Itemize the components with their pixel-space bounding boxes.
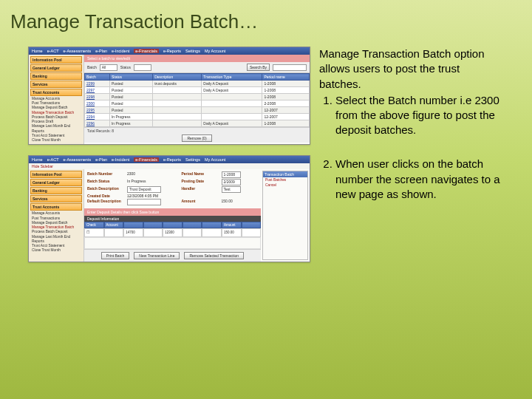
sidebar: Information Pool General Ledger Banking … [29, 55, 84, 144]
cell [153, 87, 202, 94]
sidebar-section[interactable]: Information Pool [30, 171, 82, 178]
cell [202, 94, 262, 100]
sidebar-section[interactable]: Services [30, 195, 82, 202]
grid-row[interactable]: ☐1470012300150.00 [84, 228, 261, 237]
sidebar-item[interactable]: Close Trust Month [30, 138, 82, 143]
filter-batch-select[interactable]: All [100, 64, 117, 71]
batch-link[interactable]: 2296 [85, 120, 110, 127]
col-header[interactable]: Transaction Type [202, 74, 262, 81]
remove-selected-button[interactable]: Remove Selected Transaction [184, 252, 244, 259]
col-header[interactable]: Description [153, 74, 202, 81]
cell[interactable] [242, 228, 262, 237]
search-button[interactable]: Search By [247, 64, 270, 71]
batch-link[interactable]: 2295 [85, 107, 110, 114]
cell[interactable]: 12300 [163, 228, 183, 237]
sidebar-section[interactable]: Services [30, 81, 82, 88]
sidebar-section[interactable]: Banking [30, 72, 82, 80]
sidebar-section[interactable]: Trust Accounts [30, 203, 82, 211]
cell[interactable] [104, 228, 124, 237]
top-nav: Home e-ACT e-Assessments e-Plan e-Incide… [29, 156, 310, 163]
cell: 1-2008 [262, 87, 310, 94]
sidebar-section[interactable]: Banking [30, 187, 82, 194]
cell[interactable]: 14700 [123, 228, 143, 237]
cell[interactable] [183, 228, 202, 237]
print-batch-button[interactable]: Print Batch [101, 252, 129, 259]
cell[interactable]: 150.00 [222, 228, 242, 237]
nav-item[interactable]: e-Incident [112, 49, 129, 53]
label: Batch Number [87, 171, 124, 178]
nav-item-active[interactable]: e-Financials [134, 49, 159, 53]
nav-item[interactable]: e-Plan [95, 49, 107, 53]
batch-link[interactable]: 2297 [85, 87, 110, 94]
sidebar-section[interactable]: Information Pool [30, 56, 82, 64]
cell: 1-2008 [262, 120, 310, 127]
panel-item[interactable]: Cancel [263, 183, 307, 188]
col-header[interactable]: Period name [262, 74, 310, 81]
sidebar-section[interactable]: Trust Accounts [30, 89, 82, 96]
cell [153, 114, 202, 120]
grid-header: CheckAccountAmount [84, 222, 261, 228]
batch-link[interactable]: 2299 [85, 81, 110, 87]
nav-item[interactable]: My Account [205, 157, 225, 162]
remove-button[interactable]: Remove (0) [182, 134, 211, 142]
new-line-button[interactable]: New Transaction Line [134, 252, 180, 259]
nav-item[interactable]: e-ACT [47, 157, 59, 162]
cell[interactable] [202, 228, 222, 237]
cell: trust deposits [153, 81, 202, 87]
search-input[interactable] [273, 64, 307, 71]
section-header: Deposit Information [84, 216, 261, 222]
col [202, 222, 222, 228]
cell: Daily A Deposit [202, 120, 262, 127]
default-desc-input[interactable] [127, 199, 161, 205]
col-header[interactable]: Status [109, 74, 152, 81]
main-panel: Batch Number2300 Period Name1-2008 Batch… [84, 169, 310, 262]
posting-date-input[interactable]: 2/2009 [222, 179, 241, 185]
cell: In Progress [109, 120, 152, 127]
batch-link[interactable]: 2300 [85, 100, 110, 107]
value: 2300 [127, 171, 179, 178]
nav-item[interactable]: e-Reports [163, 157, 181, 162]
checkbox[interactable]: ☐ [84, 228, 104, 237]
cell: Posted [109, 94, 152, 100]
nav-item[interactable]: e-Incident [112, 157, 129, 162]
nav-item[interactable]: e-Assessments [64, 49, 92, 53]
period-select[interactable]: 1-2008 [222, 171, 241, 178]
sidebar-section[interactable]: General Ledger [30, 179, 82, 186]
nav-item[interactable]: Home [32, 49, 43, 53]
nav-item[interactable]: e-Assessments [64, 157, 92, 162]
label: Default Description [87, 199, 124, 206]
nav-item[interactable]: Home [32, 157, 43, 162]
nav-item[interactable]: My Account [205, 49, 225, 53]
col: Account [104, 222, 124, 228]
desc-input[interactable]: Trust Deposit [127, 186, 161, 193]
step-2: When user clicks on the batch number the… [335, 157, 504, 202]
nav-item-active[interactable]: e-Financials [134, 157, 159, 162]
panel-item[interactable]: Post Batches [263, 177, 307, 183]
sidebar: Information Pool General Ledger Banking … [29, 169, 84, 262]
nav-item[interactable]: e-Reports [163, 49, 181, 53]
label: Posting Date [182, 179, 219, 185]
nav-item[interactable]: e-ACT [47, 49, 59, 53]
button-bar: Print Batch New Transaction Line Remove … [84, 249, 261, 262]
sidebar-section[interactable]: General Ledger [30, 64, 82, 72]
sidebar-item[interactable]: Close Trust Month [30, 248, 82, 253]
step-1: Select the Batch number i.e 2300 from th… [335, 93, 504, 138]
slide-title: Manage Transaction Batch… [0, 0, 532, 33]
nav-item[interactable]: Settings [185, 49, 200, 53]
nav-item[interactable]: Settings [185, 157, 200, 162]
batch-table: Batch Status Description Transaction Typ… [84, 73, 310, 127]
label: Batch Description [87, 186, 124, 193]
nav-item[interactable]: e-Plan [95, 157, 107, 162]
filter-status-select[interactable] [134, 64, 151, 71]
cell: 1-2008 [262, 81, 310, 87]
cell: Daily A Deposit [202, 81, 262, 87]
col [183, 222, 202, 228]
batch-link[interactable]: 2298 [85, 94, 110, 100]
cell[interactable] [143, 228, 163, 237]
batch-link[interactable]: 2294 [85, 114, 110, 120]
cell: 12-2007 [262, 107, 310, 114]
col-header[interactable]: Batch [85, 74, 110, 81]
explanation-1: Manage Transaction Batch option allows u… [319, 47, 504, 145]
cell: 1-2008 [262, 94, 310, 100]
handler-select[interactable]: Test [222, 186, 241, 193]
